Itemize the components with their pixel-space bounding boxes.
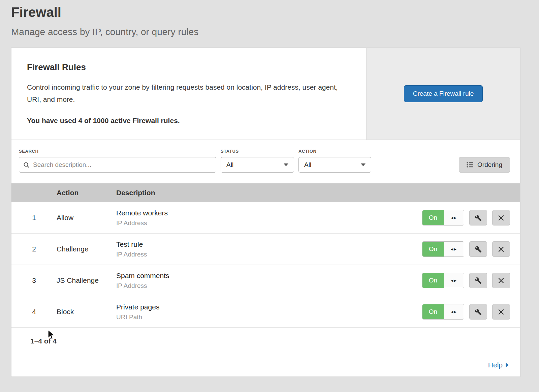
rules-usage-summary: You have used 4 of 1000 active Firewall … xyxy=(27,117,346,125)
help-link[interactable]: Help xyxy=(488,361,509,369)
rule-number: 1 xyxy=(11,214,57,222)
status-label: STATUS xyxy=(221,149,294,154)
rule-description: Remote workers xyxy=(116,209,422,217)
rule-description-cell: Private pages URI Path xyxy=(116,303,422,321)
pagination-summary: 1–4 of 4 xyxy=(11,328,520,354)
action-filter: ACTION All xyxy=(298,149,371,173)
delete-rule-button[interactable] xyxy=(492,210,510,225)
rules-section-title: Firewall Rules xyxy=(27,62,346,72)
toggle-arrows-icon: ◂▸ xyxy=(444,273,464,288)
toggle-arrows-icon: ◂▸ xyxy=(444,210,464,225)
rule-match-type: IP Address xyxy=(116,219,422,227)
rule-action: Block xyxy=(57,308,116,316)
rules-overview-section: Firewall Rules Control incoming traffic … xyxy=(11,48,520,140)
rule-description-cell: Spam comments IP Address xyxy=(116,272,422,290)
delete-rule-button[interactable] xyxy=(492,273,510,288)
rule-action: JS Challenge xyxy=(57,276,116,284)
toggle-on-label: On xyxy=(422,242,444,257)
edit-rule-button[interactable] xyxy=(469,210,487,225)
ordering-button[interactable]: Ordering xyxy=(459,157,510,173)
rule-controls: On ◂▸ xyxy=(422,210,520,225)
close-icon xyxy=(498,215,504,221)
rule-controls: On ◂▸ xyxy=(422,273,520,288)
table-header-action: Action xyxy=(57,189,116,197)
chevron-down-icon xyxy=(284,163,288,166)
rule-number: 2 xyxy=(11,245,57,253)
edit-rule-button[interactable] xyxy=(469,304,487,320)
rules-overview-text: Firewall Rules Control incoming traffic … xyxy=(11,48,366,140)
toggle-on-label: On xyxy=(422,210,444,225)
status-filter: STATUS All xyxy=(221,149,294,173)
action-select[interactable]: All xyxy=(298,157,371,173)
delete-rule-button[interactable] xyxy=(492,304,510,320)
rule-match-type: IP Address xyxy=(116,282,422,290)
close-icon xyxy=(498,246,504,252)
help-arrow-icon xyxy=(506,363,509,367)
firewall-rules-card: Firewall Rules Control incoming traffic … xyxy=(11,48,520,377)
edit-rule-button[interactable] xyxy=(469,241,487,257)
table-row: 1 Allow Remote workers IP Address On ◂▸ xyxy=(11,202,520,234)
search-icon xyxy=(23,162,30,168)
card-footer: Help xyxy=(11,354,520,376)
toggle-arrows-icon: ◂▸ xyxy=(444,242,464,257)
status-select[interactable]: All xyxy=(221,157,294,173)
table-row: 3 JS Challenge Spam comments IP Address … xyxy=(11,265,520,296)
wrench-icon xyxy=(475,214,482,221)
wrench-icon xyxy=(475,246,482,253)
edit-rule-button[interactable] xyxy=(469,273,487,288)
wrench-icon xyxy=(475,277,482,284)
page-header: Firewall Manage access by IP, country, o… xyxy=(0,0,539,37)
table-header-row: Action Description xyxy=(11,183,520,202)
rule-controls: On ◂▸ xyxy=(422,241,520,257)
table-header-description: Description xyxy=(116,189,520,197)
table-row: 2 Challenge Test rule IP Address On ◂▸ xyxy=(11,234,520,265)
rule-description-cell: Test rule IP Address xyxy=(116,240,422,258)
rule-number: 4 xyxy=(11,308,57,316)
rules-action-panel: Create a Firewall rule xyxy=(366,48,520,140)
rules-description: Control incoming traffic to your zone by… xyxy=(27,81,346,105)
rule-toggle[interactable]: On ◂▸ xyxy=(422,304,464,320)
rule-action: Allow xyxy=(57,214,116,222)
toggle-on-label: On xyxy=(422,304,444,319)
rule-match-type: URI Path xyxy=(116,313,422,321)
filters-bar: SEARCH STATUS All ACTION All xyxy=(11,140,520,183)
status-selected-value: All xyxy=(226,161,233,169)
wrench-icon xyxy=(475,308,482,315)
action-label: ACTION xyxy=(298,149,371,154)
chevron-down-icon xyxy=(361,163,366,166)
action-selected-value: All xyxy=(304,161,311,169)
close-icon xyxy=(498,309,504,315)
rule-number: 3 xyxy=(11,276,57,284)
ordering-button-label: Ordering xyxy=(477,161,502,169)
close-icon xyxy=(498,278,504,283)
ordering-list-icon xyxy=(467,162,474,168)
page-title: Firewall xyxy=(11,5,539,20)
help-link-label: Help xyxy=(488,361,503,369)
rule-description: Private pages xyxy=(116,303,422,311)
rule-description: Spam comments xyxy=(116,272,422,280)
search-filter: SEARCH xyxy=(19,149,216,173)
rule-toggle[interactable]: On ◂▸ xyxy=(422,273,464,288)
search-input-wrapper xyxy=(19,157,216,173)
search-input[interactable] xyxy=(32,161,212,169)
rules-table: Action Description 1 Allow Remote worker… xyxy=(11,183,520,328)
search-label: SEARCH xyxy=(19,149,216,154)
page-subtitle: Manage access by IP, country, or query r… xyxy=(11,27,539,37)
rule-controls: On ◂▸ xyxy=(422,304,520,320)
create-firewall-rule-button[interactable]: Create a Firewall rule xyxy=(404,85,483,102)
delete-rule-button[interactable] xyxy=(492,241,510,257)
rule-toggle[interactable]: On ◂▸ xyxy=(422,241,464,257)
rule-description-cell: Remote workers IP Address xyxy=(116,209,422,227)
rule-match-type: IP Address xyxy=(116,251,422,258)
rule-action: Challenge xyxy=(57,245,116,253)
toggle-arrows-icon: ◂▸ xyxy=(444,304,464,319)
rule-toggle[interactable]: On ◂▸ xyxy=(422,210,464,225)
table-row: 4 Block Private pages URI Path On ◂▸ xyxy=(11,296,520,328)
toggle-on-label: On xyxy=(422,273,444,288)
rule-description: Test rule xyxy=(116,240,422,248)
